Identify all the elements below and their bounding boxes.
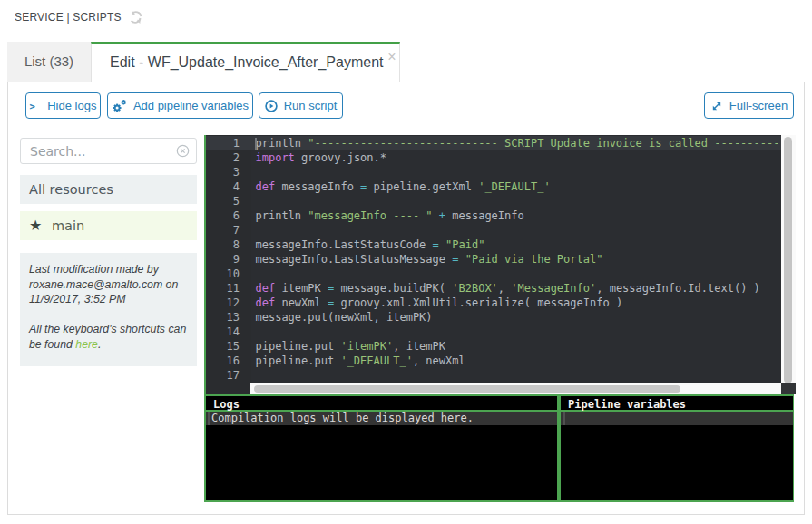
line-number: 9 xyxy=(206,252,240,267)
sidebar-item-main-label: main xyxy=(52,218,84,233)
code-text: message.put(newXml, itemPK) xyxy=(256,310,433,325)
code-line-6[interactable]: 6println "messageInfo ---- " + messageIn… xyxy=(206,209,781,223)
run-script-button[interactable]: Run script xyxy=(259,92,343,119)
line-number: 2 xyxy=(206,150,240,165)
line-number: 13 xyxy=(206,310,240,325)
line-number: 12 xyxy=(206,296,240,310)
code-line-14[interactable]: 14 xyxy=(206,325,781,339)
sidebar-info-box: Last modification made by roxane.mace@am… xyxy=(20,253,197,366)
play-icon xyxy=(265,100,278,112)
editor-horizontal-scrollbar[interactable] xyxy=(250,383,781,394)
tab-list-label: List (33) xyxy=(7,53,91,69)
code-text: println "---------------------------- SC… xyxy=(256,136,782,150)
run-script-label: Run script xyxy=(284,99,338,112)
code-line-2[interactable]: 2import groovy.json.* xyxy=(206,150,781,165)
gears-icon xyxy=(112,99,127,113)
tab-close-icon[interactable]: × xyxy=(386,51,398,63)
code-lines: 1println "---------------------------- S… xyxy=(206,136,781,383)
line-number: 6 xyxy=(206,209,240,223)
line-number: 8 xyxy=(206,238,240,252)
last-modification-text: Last modification made by roxane.mace@am… xyxy=(29,262,190,307)
full-screen-icon xyxy=(710,100,723,112)
star-icon: ★ xyxy=(29,217,42,234)
add-pipeline-variables-label: Add pipeline variables xyxy=(133,99,249,112)
code-line-16[interactable]: 16pipeline.put '_DEFAULT_', newXml xyxy=(206,354,781,368)
code-line-7[interactable]: 7 xyxy=(206,223,781,238)
topbar: SERVICE | SCRIPTS xyxy=(0,0,812,34)
code-line-10[interactable]: 10 xyxy=(206,267,781,281)
shortcuts-here-link[interactable]: here xyxy=(75,338,98,351)
code-text: def newXml = groovy.xml.XmlUtil.serializ… xyxy=(256,296,623,310)
row-caret xyxy=(563,412,565,425)
code-text: def messageInfo = pipeline.getXml '_DEFA… xyxy=(256,180,551,194)
code-line-13[interactable]: 13message.put(newXml, itemPK) xyxy=(206,310,781,325)
info-spacer xyxy=(29,307,190,323)
hide-logs-label: Hide logs xyxy=(47,99,96,112)
line-number: 1 xyxy=(206,136,240,150)
logs-panel-title: Logs xyxy=(206,396,557,412)
code-text: def itemPK = message.buildPK( 'B2BOX', '… xyxy=(256,281,760,296)
sidebar-item-main[interactable]: ★ main xyxy=(20,211,197,240)
sidebar-item-all-resources[interactable]: All resources xyxy=(20,175,197,204)
full-screen-label: Full-screen xyxy=(729,99,788,112)
code-line-17[interactable]: 17 xyxy=(206,368,781,383)
scrollbar-corner xyxy=(781,383,796,394)
code-text: messageInfo.LastStatusCode = "Paid" xyxy=(256,238,485,252)
code-line-9[interactable]: 9messageInfo.LastStatusMessage = "Paid v… xyxy=(206,252,781,267)
code-line-8[interactable]: 8messageInfo.LastStatusCode = "Paid" xyxy=(206,238,781,252)
editor-vertical-scrollbar[interactable] xyxy=(781,135,796,384)
code-line-4[interactable]: 4def messageInfo = pipeline.getXml '_DEF… xyxy=(206,180,781,194)
pipeline-variables-panel: Pipeline variables xyxy=(559,394,794,502)
code-line-15[interactable]: 15pipeline.put 'itemPK', itemPK xyxy=(206,339,781,354)
pipeline-variables-row[interactable] xyxy=(561,412,793,425)
line-number: 11 xyxy=(206,281,240,296)
search-box xyxy=(20,138,197,164)
code-line-11[interactable]: 11def itemPK = message.buildPK( 'B2BOX',… xyxy=(206,281,781,296)
shortcuts-text: All the keyboard's shortcuts can be foun… xyxy=(29,322,190,352)
tab-edit[interactable]: Edit - WF_Update_Invoice_After_Payment × xyxy=(91,42,400,82)
hide-logs-button[interactable]: >_ Hide logs xyxy=(25,92,101,119)
logs-panel: Logs Compilation logs will be displayed … xyxy=(204,394,559,502)
row-handle xyxy=(208,412,210,425)
line-number: 16 xyxy=(206,354,240,368)
tab-edit-label: Edit - WF_Update_Invoice_After_Payment xyxy=(110,54,383,71)
terminal-icon: >_ xyxy=(30,101,42,112)
code-text: import groovy.json.* xyxy=(256,150,387,165)
code-line-12[interactable]: 12def newXml = groovy.xml.XmlUtil.serial… xyxy=(206,296,781,310)
code-line-5[interactable]: 5 xyxy=(206,194,781,209)
search-input[interactable] xyxy=(20,138,197,164)
refresh-icon[interactable] xyxy=(129,10,143,24)
code-editor[interactable]: 1println "---------------------------- S… xyxy=(204,135,796,394)
line-number: 15 xyxy=(206,339,240,354)
code-line-1[interactable]: 1println "---------------------------- S… xyxy=(206,136,781,150)
full-screen-button[interactable]: Full-screen xyxy=(704,92,794,119)
line-number: 17 xyxy=(206,368,240,383)
line-number: 10 xyxy=(206,267,240,281)
code-text: println "messageInfo ---- " + messageInf… xyxy=(256,209,524,223)
line-number: 4 xyxy=(206,180,240,194)
content-card: >_ Hide logs xyxy=(7,82,805,515)
tab-list[interactable]: List (33) xyxy=(7,42,91,82)
line-number: 14 xyxy=(206,325,240,339)
page-title: SERVICE | SCRIPTS xyxy=(15,11,122,24)
horizontal-scrollbar-thumb[interactable] xyxy=(254,385,680,393)
line-number: 5 xyxy=(206,194,240,209)
line-number: 7 xyxy=(206,223,240,238)
add-pipeline-variables-button[interactable]: Add pipeline variables xyxy=(107,92,253,119)
vertical-scrollbar-thumb[interactable] xyxy=(784,137,792,383)
code-text: messageInfo.LastStatusMessage = "Paid vi… xyxy=(256,252,603,267)
pipeline-variables-title: Pipeline variables xyxy=(561,396,793,412)
search-clear-icon[interactable] xyxy=(176,144,190,158)
code-line-3[interactable]: 3 xyxy=(206,165,781,180)
logs-message-row: Compilation logs will be displayed here. xyxy=(206,412,557,425)
code-text: pipeline.put 'itemPK', itemPK xyxy=(256,339,446,354)
logs-message: Compilation logs will be displayed here. xyxy=(211,412,474,424)
line-number: 3 xyxy=(206,165,240,180)
sidebar-item-all-resources-label: All resources xyxy=(29,182,113,197)
code-text: pipeline.put '_DEFAULT_', newXml xyxy=(256,354,465,368)
editor-cursor xyxy=(255,138,257,150)
